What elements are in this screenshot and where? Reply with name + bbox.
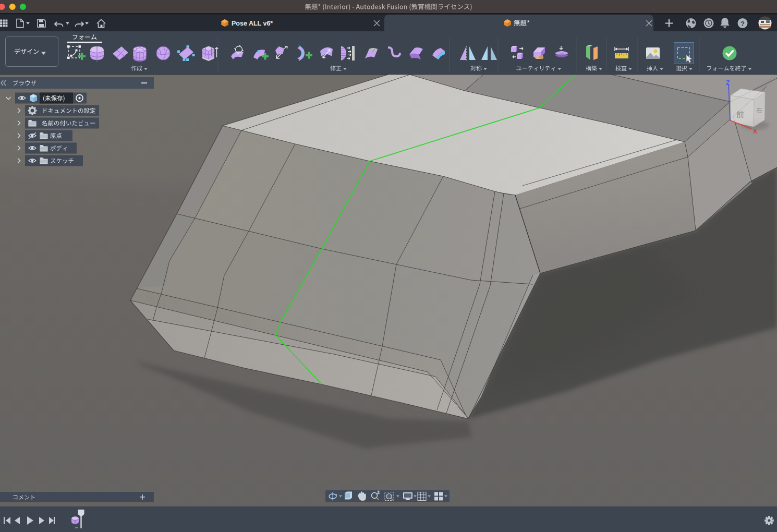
svg-text:Pose ALL v6*: Pose ALL v6* — [232, 20, 273, 27]
svg-text:Z: Z — [726, 79, 730, 87]
svg-text:X: X — [753, 128, 757, 135]
svg-text:?: ? — [740, 20, 745, 28]
